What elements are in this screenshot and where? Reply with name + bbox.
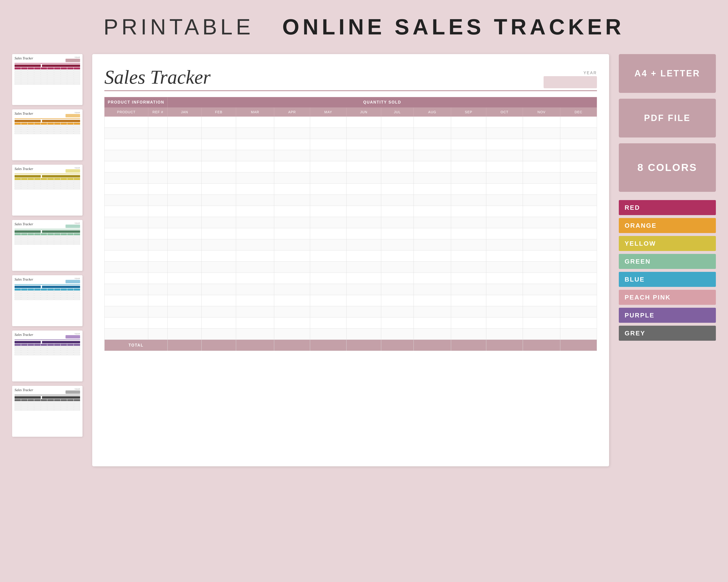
table-cell[interactable]	[523, 184, 560, 195]
table-cell[interactable]	[346, 172, 381, 184]
table-cell[interactable]	[346, 117, 381, 128]
table-cell[interactable]	[560, 161, 597, 172]
table-cell[interactable]	[148, 329, 168, 340]
table-cell[interactable]	[381, 195, 414, 206]
table-cell[interactable]	[201, 284, 236, 295]
table-cell[interactable]	[381, 172, 414, 184]
table-cell[interactable]	[201, 117, 236, 128]
table-cell[interactable]	[201, 262, 236, 273]
table-cell[interactable]	[148, 217, 168, 228]
table-cell[interactable]	[236, 139, 274, 150]
table-cell[interactable]	[148, 284, 168, 295]
total-cell[interactable]	[236, 340, 274, 351]
table-cell[interactable]	[168, 239, 202, 250]
table-cell[interactable]	[236, 195, 274, 206]
table-cell[interactable]	[486, 217, 523, 228]
table-cell[interactable]	[201, 295, 236, 306]
table-cell[interactable]	[346, 262, 381, 273]
table-cell[interactable]	[414, 128, 451, 139]
table-cell[interactable]	[451, 217, 486, 228]
table-cell[interactable]	[486, 139, 523, 150]
table-cell[interactable]	[381, 306, 414, 317]
table-cell[interactable]	[346, 329, 381, 340]
table-cell[interactable]	[105, 228, 148, 239]
table-cell[interactable]	[381, 273, 414, 284]
table-cell[interactable]	[486, 228, 523, 239]
table-cell[interactable]	[346, 239, 381, 250]
table-cell[interactable]	[523, 195, 560, 206]
total-cell[interactable]	[201, 340, 236, 351]
table-cell[interactable]	[523, 172, 560, 184]
table-cell[interactable]	[236, 273, 274, 284]
table-cell[interactable]	[236, 295, 274, 306]
table-cell[interactable]	[310, 284, 346, 295]
table-cell[interactable]	[236, 128, 274, 139]
table-cell[interactable]	[414, 250, 451, 262]
table-cell[interactable]	[105, 262, 148, 273]
table-cell[interactable]	[381, 239, 414, 250]
table-cell[interactable]	[346, 139, 381, 150]
table-cell[interactable]	[168, 262, 202, 273]
table-cell[interactable]	[560, 217, 597, 228]
table-cell[interactable]	[201, 128, 236, 139]
table-cell[interactable]	[451, 284, 486, 295]
table-cell[interactable]	[274, 284, 310, 295]
table-cell[interactable]	[381, 228, 414, 239]
table-cell[interactable]	[523, 250, 560, 262]
table-cell[interactable]	[381, 317, 414, 329]
table-cell[interactable]	[451, 306, 486, 317]
table-cell[interactable]	[346, 295, 381, 306]
table-cell[interactable]	[310, 139, 346, 150]
total-cell[interactable]	[486, 340, 523, 351]
table-cell[interactable]	[274, 239, 310, 250]
table-cell[interactable]	[236, 329, 274, 340]
table-cell[interactable]	[414, 150, 451, 161]
table-cell[interactable]	[451, 184, 486, 195]
table-cell[interactable]	[274, 128, 310, 139]
table-cell[interactable]	[560, 262, 597, 273]
table-cell[interactable]	[414, 262, 451, 273]
table-cell[interactable]	[560, 206, 597, 217]
table-cell[interactable]	[168, 184, 202, 195]
table-cell[interactable]	[381, 184, 414, 195]
table-cell[interactable]	[274, 172, 310, 184]
table-cell[interactable]	[310, 329, 346, 340]
table-cell[interactable]	[381, 217, 414, 228]
table-cell[interactable]	[381, 329, 414, 340]
table-cell[interactable]	[201, 195, 236, 206]
table-cell[interactable]	[105, 250, 148, 262]
table-cell[interactable]	[105, 273, 148, 284]
table-cell[interactable]	[148, 239, 168, 250]
table-cell[interactable]	[523, 217, 560, 228]
table-cell[interactable]	[148, 206, 168, 217]
table-cell[interactable]	[523, 161, 560, 172]
table-cell[interactable]	[381, 250, 414, 262]
table-cell[interactable]	[148, 172, 168, 184]
table-cell[interactable]	[451, 150, 486, 161]
table-cell[interactable]	[486, 161, 523, 172]
table-cell[interactable]	[451, 228, 486, 239]
table-cell[interactable]	[523, 295, 560, 306]
table-cell[interactable]	[486, 128, 523, 139]
table-cell[interactable]	[523, 128, 560, 139]
table-cell[interactable]	[451, 172, 486, 184]
table-cell[interactable]	[105, 139, 148, 150]
table-cell[interactable]	[486, 195, 523, 206]
table-cell[interactable]	[168, 329, 202, 340]
table-cell[interactable]	[148, 161, 168, 172]
table-cell[interactable]	[486, 172, 523, 184]
table-cell[interactable]	[560, 139, 597, 150]
table-cell[interactable]	[105, 306, 148, 317]
table-cell[interactable]	[381, 150, 414, 161]
table-cell[interactable]	[168, 139, 202, 150]
table-cell[interactable]	[201, 239, 236, 250]
table-cell[interactable]	[236, 250, 274, 262]
table-cell[interactable]	[523, 273, 560, 284]
table-cell[interactable]	[148, 195, 168, 206]
table-cell[interactable]	[148, 117, 168, 128]
table-cell[interactable]	[381, 262, 414, 273]
table-cell[interactable]	[381, 284, 414, 295]
table-cell[interactable]	[201, 139, 236, 150]
table-cell[interactable]	[560, 317, 597, 329]
table-cell[interactable]	[346, 195, 381, 206]
